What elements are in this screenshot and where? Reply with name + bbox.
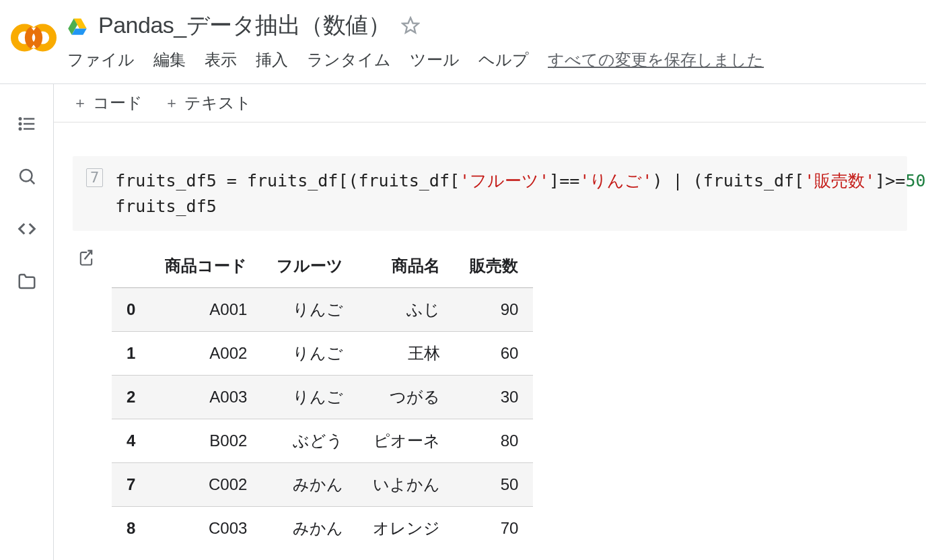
cell: A001	[150, 288, 262, 332]
search-icon[interactable]	[17, 166, 37, 186]
cell: りんご	[262, 288, 358, 332]
svg-line-10	[30, 180, 34, 184]
row-index: 4	[112, 419, 150, 463]
cell: 70	[455, 507, 533, 551]
svg-point-8	[19, 128, 21, 130]
menu-help[interactable]: ヘルプ	[478, 49, 529, 71]
menu-edit[interactable]: 編集	[153, 49, 186, 71]
cell: B002	[150, 419, 262, 463]
cell: りんご	[262, 332, 358, 376]
row-index: 1	[112, 332, 150, 376]
row-index: 2	[112, 376, 150, 419]
menu-view[interactable]: 表示	[205, 49, 237, 71]
table-row: 0 A001 りんご ふじ 90	[112, 288, 533, 332]
output-area: 商品コード フルーツ 商品名 販売数 0 A001 りんご ふじ 901 A00…	[73, 244, 907, 550]
add-code-button[interactable]: ＋ コード	[73, 92, 143, 114]
code-cell[interactable]: 7 fruits_df5 = fruits_df[(fruits_df['フルー…	[73, 156, 907, 231]
cell: ふじ	[358, 288, 455, 332]
cell: C002	[150, 463, 262, 507]
svg-point-6	[19, 118, 21, 120]
table-row: 7 C002 みかん いよかん 50	[112, 463, 533, 507]
cell: A003	[150, 376, 262, 419]
cell: ピオーネ	[358, 419, 455, 463]
svg-point-7	[19, 123, 21, 125]
cell: 50	[455, 463, 533, 507]
cell: C003	[150, 507, 262, 551]
output-dataframe: 商品コード フルーツ 商品名 販売数 0 A001 りんご ふじ 901 A00…	[112, 244, 533, 550]
content-area: ＋ コード ＋ テキスト 7 fruits_df5 = fruits_df[(f…	[54, 84, 926, 560]
cell: いよかん	[358, 463, 455, 507]
notebook-title[interactable]: Pandas_データ抽出（数値）	[98, 10, 390, 41]
col-header: フルーツ	[262, 244, 358, 288]
output-export-icon[interactable]	[77, 248, 96, 267]
cell-gutter: 7	[86, 168, 103, 219]
menu-bar: ファイル 編集 表示 挿入 ランタイム ツール ヘルプ すべての変更を保存しまし…	[67, 49, 915, 79]
menu-tools[interactable]: ツール	[410, 49, 460, 71]
cell: 90	[455, 288, 533, 332]
cell: A002	[150, 332, 262, 376]
table-row: 4 B002 ぶどう ピオーネ 80	[112, 419, 533, 463]
cell: 王林	[358, 332, 455, 376]
insert-toolbar: ＋ コード ＋ テキスト	[54, 84, 926, 123]
col-header: 販売数	[455, 244, 533, 288]
table-row: 1 A002 りんご 王林 60	[112, 332, 533, 376]
cell: オレンジ	[358, 507, 455, 551]
folder-icon[interactable]	[17, 271, 37, 291]
row-index: 8	[112, 507, 150, 551]
table-header-row: 商品コード フルーツ 商品名 販売数	[112, 244, 533, 288]
menu-file[interactable]: ファイル	[67, 49, 135, 71]
plus-icon: ＋	[73, 93, 87, 113]
add-text-button[interactable]: ＋ テキスト	[164, 92, 252, 114]
sidebar	[0, 84, 54, 560]
table-row: 8 C003 みかん オレンジ 70	[112, 507, 533, 551]
cell: 80	[455, 419, 533, 463]
cell: みかん	[262, 507, 358, 551]
svg-point-9	[20, 170, 32, 182]
code-editor[interactable]: fruits_df5 = fruits_df[(fruits_df['フルーツ'…	[115, 168, 926, 219]
toc-icon[interactable]	[17, 114, 37, 134]
plus-icon: ＋	[164, 93, 179, 113]
menu-runtime[interactable]: ランタイム	[307, 49, 391, 71]
menu-insert[interactable]: 挿入	[256, 49, 288, 71]
table-row: 2 A003 りんご つがる 30	[112, 376, 533, 419]
col-header: 商品コード	[150, 244, 262, 288]
cell: 60	[455, 332, 533, 376]
drive-icon	[67, 15, 87, 36]
cell: つがる	[358, 376, 455, 419]
row-index: 7	[112, 463, 150, 507]
add-code-label: コード	[93, 92, 143, 114]
header: Pandas_データ抽出（数値） ファイル 編集 表示 挿入 ランタイム ツール…	[0, 0, 926, 84]
execution-count[interactable]: 7	[86, 168, 103, 187]
cell: りんご	[262, 376, 358, 419]
cell: ぶどう	[262, 419, 358, 463]
code-snippet-icon[interactable]	[17, 219, 37, 239]
row-index: 0	[112, 288, 150, 332]
star-icon[interactable]	[401, 16, 420, 35]
cell: 30	[455, 376, 533, 419]
cell: みかん	[262, 463, 358, 507]
col-header: 商品名	[358, 244, 455, 288]
save-status[interactable]: すべての変更を保存しました	[548, 49, 764, 71]
colab-logo[interactable]	[11, 15, 57, 61]
add-text-label: テキスト	[184, 92, 252, 114]
